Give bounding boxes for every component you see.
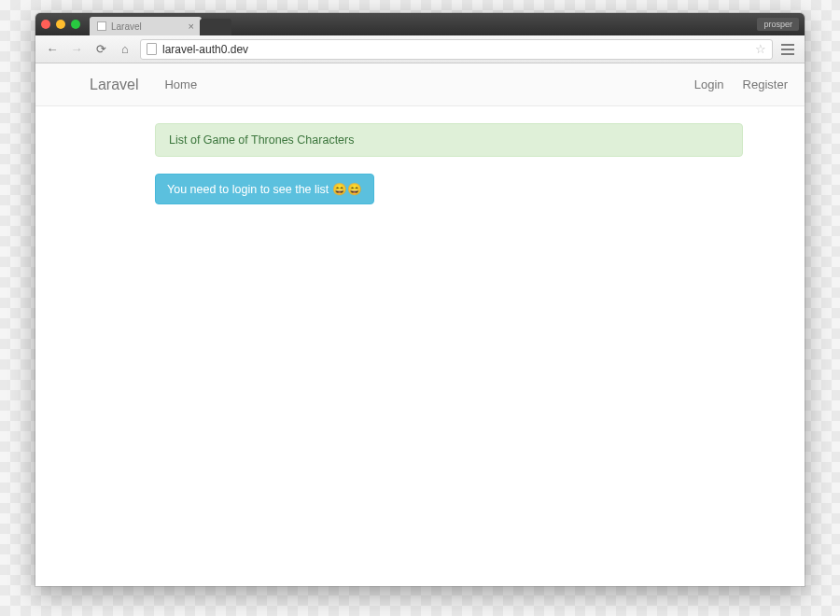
new-tab-button[interactable] [200, 19, 231, 35]
nav-link-register[interactable]: Register [743, 77, 788, 91]
page-icon [147, 43, 157, 55]
panel-title-text: List of Game of Thrones Characters [169, 133, 354, 147]
login-notice-button[interactable]: You need to login to see the list 😄😄 [155, 174, 374, 204]
page-viewport: Laravel Home Login Register List of Game… [35, 63, 805, 586]
tab-title: Laravel [111, 21, 184, 32]
navbar-left: Home [164, 77, 197, 91]
login-notice-text: You need to login to see the list 😄😄 [167, 183, 362, 196]
bookmark-star-icon[interactable]: ☆ [755, 42, 766, 56]
nav-link-login[interactable]: Login [694, 77, 724, 91]
extension-badge[interactable]: prosper [757, 18, 799, 31]
app-navbar: Laravel Home Login Register [35, 63, 805, 106]
browser-toolbar: ← → ⟳ ⌂ ☆ [35, 35, 805, 63]
window-zoom-button[interactable] [71, 20, 80, 29]
address-bar[interactable]: ☆ [140, 39, 773, 60]
url-input[interactable] [162, 43, 749, 56]
reload-button[interactable]: ⟳ [91, 40, 110, 59]
navbar-brand[interactable]: Laravel [90, 77, 138, 93]
browser-tab-active[interactable]: Laravel × [90, 17, 202, 35]
forward-button[interactable]: → [67, 40, 86, 59]
nav-link-home[interactable]: Home [164, 77, 197, 91]
browser-window: Laravel × prosper ← → ⟳ ⌂ ☆ Laravel Home… [35, 13, 805, 586]
window-controls [41, 20, 80, 29]
panel-heading: List of Game of Thrones Characters [155, 123, 743, 157]
navbar-right: Login Register [694, 77, 788, 91]
tab-close-icon[interactable]: × [189, 21, 194, 32]
window-close-button[interactable] [41, 20, 50, 29]
browser-menu-button[interactable] [778, 44, 797, 55]
home-button[interactable]: ⌂ [116, 40, 134, 59]
page-content: List of Game of Thrones Characters You n… [35, 106, 805, 204]
window-minimize-button[interactable] [56, 20, 65, 29]
tab-favicon-icon [97, 21, 106, 31]
back-button[interactable]: ← [43, 40, 62, 59]
browser-tabstrip: Laravel × prosper [35, 13, 805, 35]
